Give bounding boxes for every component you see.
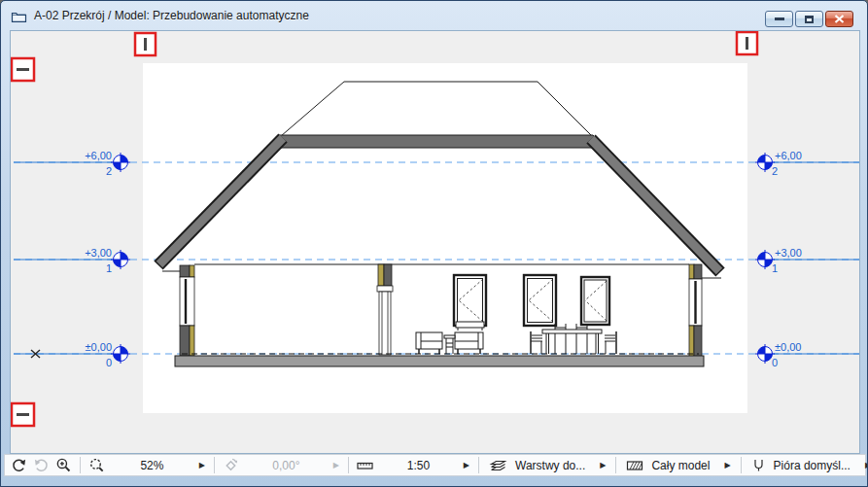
svg-text:2: 2 bbox=[772, 165, 778, 177]
drawing-scale-value-button[interactable]: 1:50 ▶ bbox=[376, 459, 473, 472]
folder-icon[interactable] bbox=[11, 10, 27, 22]
pen-icon bbox=[751, 458, 766, 473]
model-filter-button[interactable]: Cały model ▶ bbox=[621, 458, 735, 473]
section-window: A-02 Przekrój / Model: Przebudowanie aut… bbox=[0, 0, 868, 487]
zoom-in-icon bbox=[55, 457, 72, 473]
expand-arrow-icon: ▶ bbox=[724, 462, 730, 470]
wall-left[interactable] bbox=[180, 265, 194, 356]
svg-text:+3,00: +3,00 bbox=[85, 247, 112, 259]
level-marker-left-2[interactable]: +6,00 2 bbox=[85, 150, 130, 177]
handle-top-left[interactable] bbox=[12, 58, 34, 81]
ruler-icon bbox=[356, 458, 374, 473]
rotation-button[interactable] bbox=[220, 456, 242, 474]
handle-top-inner-right[interactable] bbox=[737, 32, 757, 54]
window-2[interactable] bbox=[524, 275, 556, 326]
window-1[interactable] bbox=[454, 275, 486, 326]
model-filter-icon bbox=[626, 458, 643, 473]
svg-text:0: 0 bbox=[772, 357, 778, 368]
zoom-in-button[interactable] bbox=[52, 456, 75, 474]
handle-top-inner-left[interactable] bbox=[135, 33, 156, 55]
fit-in-window-button[interactable] bbox=[86, 456, 108, 474]
next-zoom-icon bbox=[33, 457, 50, 473]
previous-zoom-button[interactable] bbox=[8, 456, 30, 474]
wall-middle[interactable] bbox=[377, 264, 393, 355]
close-button[interactable] bbox=[825, 11, 853, 27]
handle-bottom-left[interactable] bbox=[12, 403, 34, 426]
close-icon bbox=[834, 15, 845, 23]
rotation-value: 0,00° bbox=[246, 459, 327, 472]
pen-set-label: Pióra domyśl... bbox=[774, 459, 851, 472]
restore-icon bbox=[805, 16, 814, 23]
layers-icon bbox=[489, 458, 507, 473]
expand-arrow-icon: ▶ bbox=[199, 462, 205, 470]
window-3[interactable] bbox=[581, 277, 609, 325]
level-marker-left-1[interactable]: +3,00 1 bbox=[85, 247, 130, 274]
level-marker-right-0[interactable]: ±0,00 0 bbox=[755, 341, 801, 368]
expand-arrow-icon: ▶ bbox=[333, 462, 339, 470]
expand-arrow-icon: ▶ bbox=[600, 462, 606, 470]
svg-text:1: 1 bbox=[772, 262, 778, 274]
attic-slab[interactable] bbox=[266, 135, 605, 148]
floor-slab[interactable] bbox=[175, 356, 704, 366]
svg-text:0: 0 bbox=[106, 357, 112, 368]
zoom-level-value: 52% bbox=[112, 459, 192, 472]
minimize-icon bbox=[775, 17, 784, 20]
rotation-value-button[interactable]: 0,00° ▶ bbox=[242, 459, 343, 472]
previous-zoom-icon bbox=[11, 457, 27, 473]
level-marker-right-2[interactable]: +6,00 2 bbox=[755, 150, 802, 177]
level-marker-left-0[interactable]: ±0,00 0 bbox=[86, 341, 130, 368]
drawing-scale-button[interactable] bbox=[354, 456, 376, 474]
svg-text:1: 1 bbox=[106, 262, 112, 274]
drawing-area: +6,00 2 +3,00 1 ±0,00 0 bbox=[10, 30, 860, 454]
pen-set-button[interactable]: Pióra domyśl... ▶ bbox=[746, 458, 868, 473]
zoom-level-button[interactable]: 52% ▶ bbox=[108, 459, 209, 472]
svg-text:±0,00: ±0,00 bbox=[775, 341, 801, 353]
model-filter-label: Cały model bbox=[651, 459, 710, 472]
fit-in-window-icon bbox=[88, 457, 105, 473]
bottom-toolbar: 52% ▶ 0,00° ▶ 1:50 ▶ bbox=[4, 454, 866, 476]
expand-arrow-icon: ▶ bbox=[464, 462, 469, 470]
layers-button[interactable]: Warstwy do... ▶ bbox=[484, 458, 610, 473]
wall-right[interactable] bbox=[689, 264, 702, 357]
rotation-icon bbox=[223, 457, 239, 473]
level-marker-right-1[interactable]: +3,00 1 bbox=[755, 247, 802, 274]
svg-text:±0,00: ±0,00 bbox=[86, 341, 112, 353]
restore-button[interactable] bbox=[795, 11, 823, 27]
svg-text:+6,00: +6,00 bbox=[85, 150, 112, 161]
titlebar[interactable]: A-02 Przekrój / Model: Przebudowanie aut… bbox=[1, 1, 867, 30]
svg-text:+3,00: +3,00 bbox=[775, 247, 802, 259]
next-zoom-button[interactable] bbox=[30, 456, 52, 474]
minimize-button[interactable] bbox=[765, 11, 793, 27]
window-title: A-02 Przekrój / Model: Przebudowanie aut… bbox=[34, 9, 309, 22]
drawing-scale-value: 1:50 bbox=[380, 459, 457, 472]
svg-text:2: 2 bbox=[106, 165, 112, 177]
section-view[interactable]: +6,00 2 +3,00 1 ±0,00 0 bbox=[11, 31, 859, 453]
layers-label: Warstwy do... bbox=[515, 459, 585, 472]
svg-text:+6,00: +6,00 bbox=[775, 150, 802, 161]
